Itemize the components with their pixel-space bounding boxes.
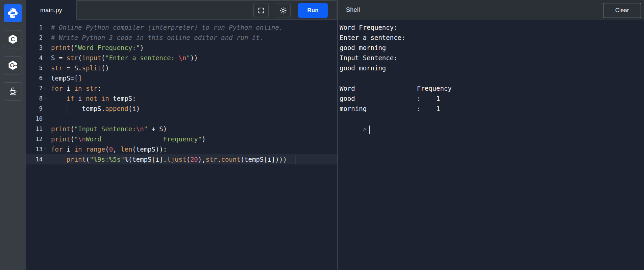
svg-text:C: C (11, 36, 15, 43)
fold-spacer (43, 32, 47, 43)
code-line: 13▾for i in range(0, len(tempS)): (26, 144, 337, 154)
fold-spacer (43, 134, 47, 144)
line-number: 9 (26, 104, 43, 114)
code-text: S = str(input("Enter a sentence: \n")) (47, 53, 198, 63)
shell-output: Word Frequency:Enter a sentence: good mo… (340, 22, 642, 114)
shell-panel: Shell Clear Word Frequency:Enter a sente… (338, 0, 644, 270)
fold-spacer (43, 114, 47, 124)
line-number: 7 (26, 83, 43, 93)
fullscreen-button[interactable] (253, 3, 269, 18)
code-editor[interactable]: 1# Online Python compiler (interpreter) … (26, 20, 337, 270)
fold-spacer (43, 73, 47, 83)
code-text: tempS.append(i) (47, 104, 140, 114)
indent-guide (67, 106, 67, 114)
line-number: 5 (26, 63, 43, 73)
sidebar-item-python[interactable] (4, 4, 22, 22)
shell-line: morning : 1 (340, 104, 642, 114)
line-number: 2 (26, 32, 43, 43)
line-number: 12 (26, 134, 43, 144)
code-text: for i in str: (47, 83, 101, 93)
shell-line: good morning (340, 43, 642, 53)
line-number: 8 (26, 93, 43, 104)
sidebar-item-java[interactable] (4, 82, 22, 100)
sun-icon (279, 6, 287, 15)
line-number: 6 (26, 73, 43, 83)
code-text: for i in range(0, len(tempS)): (47, 144, 167, 154)
code-line: 12print("\nWord Frequency") (26, 134, 337, 144)
svg-text:++: ++ (13, 64, 17, 67)
fold-toggle-icon[interactable]: ▾ (43, 144, 47, 154)
code-text: str = S.split() (47, 63, 109, 73)
cpp-language-icon: C ++ (7, 60, 18, 71)
code-line: 3print("Word Frequency:") (26, 43, 337, 53)
theme-toggle-button[interactable] (276, 3, 291, 18)
code-line: 11print("Input Sentence:\n" + S) (26, 124, 337, 134)
line-number: 10 (26, 114, 43, 124)
code-line: 10 (26, 114, 337, 124)
tab-title: main.py (40, 7, 62, 14)
code-lines: 1# Online Python compiler (interpreter) … (26, 22, 337, 164)
code-text: # Write Python 3 code in this online edi… (47, 32, 264, 43)
shell-terminal[interactable]: Word Frequency:Enter a sentence: good mo… (340, 20, 642, 270)
shell-line: Enter a sentence: (340, 32, 642, 43)
shell-line: Word Frequency (340, 83, 642, 93)
clear-button[interactable]: Clear (603, 3, 641, 18)
shell-line: Word Frequency: (340, 22, 642, 32)
code-line: 7▾for i in str: (26, 83, 337, 93)
fold-spacer (43, 43, 47, 53)
code-text: print("\nWord Frequency") (47, 134, 206, 144)
shell-prompt: > (363, 125, 367, 133)
code-text: if i not in tempS: (47, 93, 136, 104)
code-line: 8▾ if i not in tempS: (26, 93, 337, 104)
line-number: 11 (26, 124, 43, 134)
fold-spacer (43, 53, 47, 63)
sidebar-item-cpp[interactable]: C ++ (4, 56, 22, 74)
fold-toggle-icon[interactable]: ▾ (43, 83, 47, 93)
language-sidebar: C C ++ (0, 0, 26, 270)
line-number: 4 (26, 53, 43, 63)
fold-spacer (43, 22, 47, 32)
code-line: 1# Online Python compiler (interpreter) … (26, 22, 337, 32)
shell-line: good morning (340, 63, 642, 73)
code-line: 6tempS=[] (26, 73, 337, 83)
line-number: 13 (26, 144, 43, 154)
fold-spacer (43, 124, 47, 134)
fold-spacer (43, 154, 47, 164)
fold-spacer (43, 104, 47, 114)
shell-header: Shell Clear (338, 0, 644, 20)
code-text (47, 114, 51, 124)
sidebar-item-c[interactable]: C (4, 30, 22, 48)
shell-line: good : 1 (340, 93, 642, 104)
line-number: 1 (26, 22, 43, 32)
shell-cursor (369, 126, 370, 134)
shell-title: Shell (346, 0, 360, 20)
text-cursor (296, 156, 296, 164)
tab-main-py[interactable]: main.py (26, 0, 76, 20)
code-text: # Online Python compiler (interpreter) t… (47, 22, 283, 32)
code-text: print("Input Sentence:\n" + S) (47, 124, 167, 134)
java-icon (8, 86, 18, 96)
python-icon (7, 7, 19, 19)
run-button[interactable]: Run (298, 3, 328, 18)
line-number: 3 (26, 43, 43, 53)
fullscreen-icon (257, 7, 265, 14)
code-text: tempS=[] (47, 73, 82, 83)
code-line: 2# Write Python 3 code in this online ed… (26, 32, 337, 43)
code-text: print("%9s:%5s"%(tempS[i].ljust(20),str.… (47, 154, 296, 164)
line-number: 14 (26, 154, 43, 164)
code-line: 9 tempS.append(i) (26, 104, 337, 114)
code-line: 5str = S.split() (26, 63, 337, 73)
shell-line: Input Sentence: (340, 53, 642, 63)
fold-toggle-icon[interactable]: ▾ (43, 93, 47, 104)
code-line: 14 print("%9s:%5s"%(tempS[i].ljust(20),s… (26, 154, 337, 164)
shell-line (340, 73, 642, 83)
editor-toolbar (76, 0, 337, 20)
code-line: 4S = str(input("Enter a sentence: \n")) (26, 53, 337, 63)
code-text: print("Word Frequency:") (47, 43, 144, 53)
shell-prompt-row: > (340, 114, 642, 124)
c-language-icon: C (7, 34, 18, 45)
fold-spacer (43, 63, 47, 73)
editor-panel: main.py Run 1# Online Python compiler (i… (26, 0, 337, 270)
